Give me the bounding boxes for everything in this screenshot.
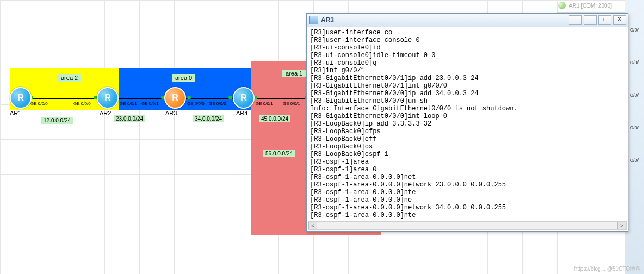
area-2-label: area 2 [58, 74, 81, 82]
cli-output[interactable]: [R3]user-interface co [R3]user-interface… [308, 28, 627, 222]
router-name: AR4 [236, 110, 247, 116]
maximize-button[interactable]: □ [598, 15, 611, 25]
if-label: GE 0/0/1 [256, 101, 273, 106]
scroll-left-icon[interactable]: < [308, 222, 317, 229]
router-ar1[interactable]: R [10, 87, 32, 109]
close-button[interactable]: X [613, 15, 626, 25]
subnet-label: 56.0.0.0/24 [263, 150, 295, 157]
router-ar3[interactable]: R [164, 87, 186, 109]
window-title: AR3 [321, 16, 569, 24]
scroll-right-icon[interactable]: > [617, 222, 626, 229]
area-0-label: area 0 [172, 74, 195, 82]
if-label: GE 0/0/0 [73, 101, 91, 106]
area-1-label: area 1 [282, 70, 306, 77]
app-icon [309, 16, 318, 24]
router-ar4[interactable]: R [233, 87, 255, 109]
if-label: GE 0/0/0 [30, 101, 48, 106]
link-dot [228, 96, 232, 99]
horizontal-scrollbar[interactable]: < > [308, 221, 627, 230]
cli-text: [R3]user-interface co [R3]user-interface… [308, 28, 627, 220]
subnet-label: 23.0.0.0/24 [114, 115, 145, 122]
minimize-button[interactable]: — [584, 15, 597, 25]
cli-window[interactable]: AR3 □ — □ X [R3]user-interface co [R3]us… [306, 13, 628, 232]
if-label: GE 0/0/0 [209, 101, 226, 106]
subnet-label: 12.0.0.0/24 [41, 117, 73, 124]
detach-button[interactable]: □ [569, 15, 582, 25]
router-name: AR2 [100, 110, 111, 116]
link-dot [187, 96, 191, 99]
subnet-label: 34.0.0.0/24 [193, 115, 224, 122]
if-label: GE 0/0/1 [141, 101, 159, 106]
if-label: GE 0/0/0 [187, 101, 205, 106]
if-label: GE 0/0/1 [283, 101, 300, 106]
if-label: GE 0/0/1 [120, 101, 137, 106]
watermark: https://blog... @51CTO博客 [574, 265, 641, 273]
router-name: AR3 [165, 110, 177, 116]
router-name: AR1 [10, 110, 21, 116]
router-ar2[interactable]: R [97, 87, 119, 109]
titlebar[interactable]: AR3 □ — □ X [307, 14, 628, 27]
subnet-label: 45.0.0.0/24 [259, 115, 290, 122]
